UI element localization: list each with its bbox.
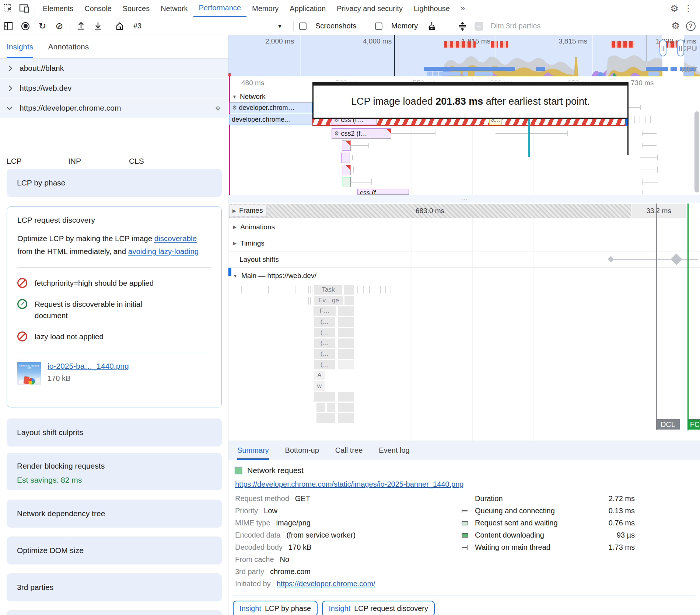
overview-time-label: 3,815 ms <box>559 37 587 45</box>
avoid-lazy-loading-link[interactable]: avoiding lazy-loading <box>128 247 199 256</box>
tab-privacy-security[interactable]: Privacy and security <box>331 0 408 17</box>
network-request-row-selected[interactable]: developer.chrome… <box>229 114 312 125</box>
net-activity-bar <box>671 67 677 71</box>
tab-performance[interactable]: Performance <box>193 0 247 17</box>
settings-gear-icon[interactable]: ⚙ <box>670 4 679 13</box>
site-row-about-blank[interactable]: about://blank <box>0 59 228 78</box>
lcp-annotation[interactable]: LCP image loaded 201.83 ms after earlies… <box>312 82 629 119</box>
request-box[interactable] <box>341 153 350 163</box>
frames-track[interactable]: 683.0 ms 33.2 ms ▶ Frames <box>228 203 700 219</box>
selection-handle-right[interactable]: || <box>677 39 684 56</box>
net-activity-bar <box>648 72 659 76</box>
kebab-menu-icon[interactable]: ⋮ <box>681 4 696 13</box>
toggle-sidebar-icon[interactable] <box>0 19 17 34</box>
insight-card-3rd-parties[interactable]: 3rd parties <box>7 573 222 601</box>
help-icon[interactable]: ? <box>686 21 696 31</box>
tab-annotations[interactable]: Annotations <box>48 35 89 58</box>
field-data-icon[interactable]: ⌖ <box>215 102 221 114</box>
metric-label: INP <box>68 157 81 166</box>
insight-card-render-blocking[interactable]: Render blocking requests Est savings: 82… <box>7 453 222 490</box>
insight-card-lcp-by-phase[interactable]: LCP by phase <box>7 169 222 197</box>
tab-sources[interactable]: Sources <box>117 0 155 17</box>
field-label: 3rd party <box>235 567 264 576</box>
insight-chip-lcp-by-phase[interactable]: Insight LCP by phase <box>233 601 318 615</box>
tab-console[interactable]: Console <box>79 0 117 17</box>
section-title: Network request <box>247 466 304 475</box>
insight-chip-lcp-request-discovery[interactable]: Insight LCP request discovery <box>322 601 435 615</box>
frames-track-header[interactable]: ▶ Frames <box>229 205 267 216</box>
record-icon[interactable] <box>17 19 34 34</box>
history-selector[interactable]: #3 <box>128 22 141 30</box>
tab-bottom-up[interactable]: Bottom-up <box>285 441 319 460</box>
request-url-link[interactable]: https://developer.chrome.com/static/imag… <box>235 480 463 489</box>
request-box-green[interactable] <box>342 177 351 187</box>
clear-icon[interactable]: ⊘ <box>51 19 68 34</box>
tab-network[interactable]: Network <box>155 0 193 17</box>
inspect-element-icon[interactable] <box>0 1 16 16</box>
home-icon[interactable] <box>111 19 128 34</box>
tab-lighthouse[interactable]: Lighthouse <box>408 0 455 17</box>
insight-card-lcp-request-discovery[interactable]: LCP request discovery Optimize LCP by ma… <box>7 206 222 407</box>
dim-third-parties-toggle[interactable] <box>475 22 483 31</box>
request-box-clipped[interactable]: css (f <box>357 189 409 195</box>
selection-handle-left[interactable]: || <box>659 39 666 56</box>
dcl-badge[interactable]: DCL <box>656 419 680 430</box>
tab-elements[interactable]: Elements <box>37 0 79 17</box>
devtools-tabbar: Elements Console Sources Network Perform… <box>0 0 700 17</box>
request-box[interactable] <box>342 165 351 175</box>
history-dropdown-icon[interactable]: ▼ <box>277 23 283 29</box>
discoverable-link[interactable]: discoverable <box>154 234 197 243</box>
field-value: chrome.com <box>270 567 311 576</box>
screenshots-checkbox[interactable] <box>299 22 307 30</box>
timeline-overview[interactable]: 2,000 ms 4,000 ms 1,815 ms 3,815 ms 1,23… <box>228 35 700 76</box>
fc-badge[interactable]: FC <box>687 419 700 430</box>
insight-title: Optimize DOM size <box>17 546 84 555</box>
site-row-web-dev[interactable]: https://web.dev <box>0 79 228 98</box>
network-track-header[interactable]: ▼ Network <box>232 93 266 101</box>
track-resizer[interactable]: … <box>228 195 700 202</box>
frame-short[interactable]: 33.2 ms <box>631 204 686 218</box>
reload-and-record-icon[interactable]: ↻ <box>34 19 51 34</box>
tab-memory[interactable]: Memory <box>246 0 284 17</box>
insight-card-layout-shift-culprits[interactable]: Layout shift culprits <box>7 418 222 447</box>
site-row-developer-chrome[interactable]: https://developer.chrome.com ⌖ <box>0 98 228 118</box>
upload-profile-icon[interactable] <box>73 19 90 34</box>
tab-event-log[interactable]: Event log <box>379 441 409 460</box>
layout-shifts-track[interactable]: Layout shifts <box>228 251 700 268</box>
flame-chart[interactable]: 480 ms 500 ms 550 ms 600 ms 650 ms 730 m… <box>228 76 700 441</box>
gc-brush-icon[interactable] <box>424 19 441 34</box>
timings-track[interactable]: ▶ Timings <box>228 235 700 251</box>
tab-application[interactable]: Application <box>284 0 331 17</box>
insight-card-optimize-dom-size[interactable]: Optimize DOM size <box>7 536 222 564</box>
tab-summary[interactable]: Summary <box>237 441 269 460</box>
insight-card-partial[interactable] <box>7 610 222 615</box>
network-request-row[interactable]: ⚙ developer.chrom… <box>230 102 313 113</box>
request-box[interactable] <box>342 140 351 151</box>
paint-marker-line <box>528 113 530 157</box>
collapse-tracks-icon[interactable] <box>454 19 471 34</box>
fc-marker-line <box>687 204 689 430</box>
initiator-link[interactable]: https://developer.chrome.com/ <box>277 580 375 588</box>
dcl-marker-line <box>656 204 657 430</box>
tab-call-tree[interactable]: Call tree <box>335 441 363 460</box>
tab-insights[interactable]: Insights <box>7 35 33 58</box>
main-track-header[interactable]: ▼ Main — https://web.dev/ <box>228 268 700 284</box>
device-toolbar-icon[interactable] <box>16 1 32 16</box>
layout-shift-diamond[interactable] <box>671 253 682 265</box>
animations-track[interactable]: ▶ Animations <box>228 219 700 235</box>
sidebar-tabs: Insights Annotations <box>0 35 228 59</box>
layout-shift-diamond[interactable] <box>608 256 614 263</box>
download-profile-icon[interactable] <box>90 19 106 34</box>
lcp-image-filename-link[interactable]: io-2025-ba…_1440.png <box>48 362 129 370</box>
timing-label: Waiting on main thread <box>475 543 550 552</box>
vertical-scrollbar[interactable] <box>694 111 699 192</box>
css2-request-box[interactable]: ⚙ css2 (f… <box>332 128 391 139</box>
insight-card-network-dependency-tree[interactable]: Network dependency tree <box>7 500 222 528</box>
performance-settings-icon[interactable]: ⚙ <box>671 21 680 31</box>
field-label: Priority <box>235 507 258 515</box>
memory-label: Memory <box>391 22 418 30</box>
frame-long[interactable]: 683.0 ms <box>229 204 631 218</box>
lcp-image-thumbnail[interactable]: Tune in to Google I/O <box>17 362 41 385</box>
memory-checkbox[interactable] <box>375 22 382 30</box>
more-tabs-icon[interactable]: » <box>455 4 470 13</box>
